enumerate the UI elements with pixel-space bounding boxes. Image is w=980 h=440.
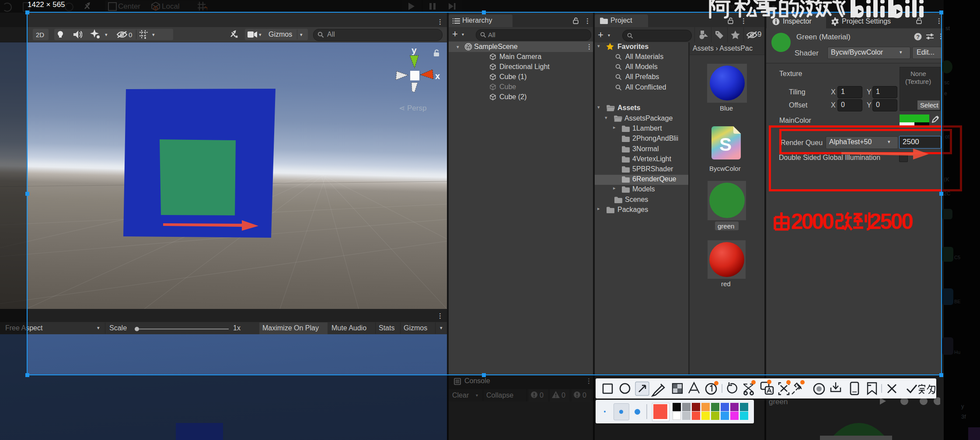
svg-text:x: x: [435, 71, 440, 81]
svg-text:2000: 2000: [791, 211, 834, 232]
svg-text:2500: 2500: [869, 211, 914, 232]
svg-text:S: S: [719, 134, 732, 155]
svg-text:y: y: [412, 46, 417, 55]
svg-text:?: ?: [916, 34, 920, 40]
